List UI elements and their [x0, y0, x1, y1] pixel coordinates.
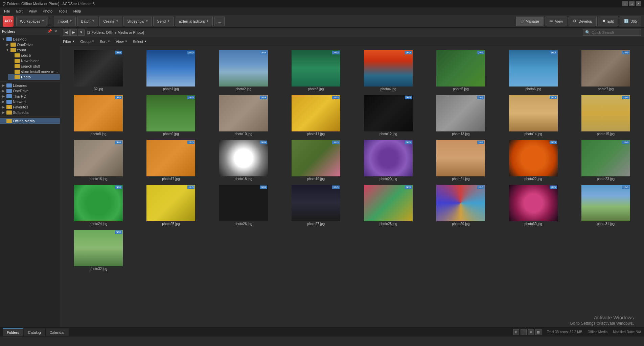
- thumbnail-item[interactable]: JPG photo14.jpg: [498, 94, 569, 137]
- menu-photo[interactable]: Photo: [40, 8, 55, 14]
- thumbnail-item[interactable]: JPG photo30.jpg: [498, 183, 569, 227]
- tree-item-onedrive[interactable]: ▶ OneDrive: [4, 42, 60, 47]
- menu-help[interactable]: Help: [71, 8, 84, 14]
- nav-back-button[interactable]: ◀: [63, 29, 70, 36]
- develop-button[interactable]: ⚙ Develop: [569, 17, 596, 26]
- thumb-image: [219, 140, 268, 176]
- thumbnail-item[interactable]: JPG photo8.jpg: [63, 94, 134, 137]
- thumbnail-item[interactable]: JPG photo22.jpg: [498, 139, 569, 182]
- thumbnail-item[interactable]: JPG photo17.jpg: [135, 139, 206, 182]
- folders-close-button[interactable]: ✕: [53, 29, 58, 33]
- view-icon-grid[interactable]: ⊞: [513, 329, 519, 335]
- tab-calendar[interactable]: Calendar: [46, 328, 69, 336]
- tree-item-store[interactable]: store install move remove: [8, 69, 60, 74]
- edit-nav-button[interactable]: ✖ Edit: [598, 17, 618, 26]
- thumbnail-item[interactable]: JPG photo27.jpg: [280, 183, 351, 227]
- batch-button[interactable]: Batch ▼: [77, 17, 98, 26]
- sort-button[interactable]: Sort ▼: [100, 40, 110, 44]
- thumbnail-item[interactable]: JPG photo10.jpg: [208, 94, 279, 137]
- menu-file[interactable]: File: [1, 8, 13, 14]
- menu-view[interactable]: View: [26, 8, 40, 14]
- maximize-button[interactable]: □: [629, 1, 635, 6]
- thumb-label: photo22.jpg: [524, 177, 542, 181]
- tree-item-iobit5[interactable]: iobit 5: [8, 53, 60, 58]
- tree-item-thispc[interactable]: ▶ This PC: [0, 94, 60, 99]
- quick-search-input[interactable]: [592, 30, 639, 34]
- workspaces-button[interactable]: Workspaces ▼: [16, 17, 48, 26]
- import-button[interactable]: Import ▼: [54, 17, 76, 26]
- thumbnail-item[interactable]: JPG photo25.jpg: [135, 183, 206, 227]
- thumbnail-item[interactable]: JPG photo6.jpg: [498, 49, 569, 92]
- nav-dropdown-button[interactable]: ▼: [78, 29, 85, 36]
- thumbnail-item[interactable]: JPG photo5.jpg: [425, 49, 496, 92]
- minimize-button[interactable]: ─: [622, 1, 628, 6]
- thumbnail-item[interactable]: JPG photo26.jpg: [208, 183, 279, 227]
- menu-tools[interactable]: Tools: [56, 8, 70, 14]
- menu-edit[interactable]: Edit: [14, 8, 25, 14]
- tree-item-photo[interactable]: Photo: [8, 74, 60, 80]
- create-button[interactable]: Create ▼: [99, 17, 122, 26]
- tree-item-search[interactable]: search stuff: [8, 64, 60, 69]
- thumbnail-item[interactable]: JPG 32.jpg: [63, 49, 134, 92]
- thumbnail-item[interactable]: JPG photo13.jpg: [425, 94, 496, 137]
- jpg-badge: JPG: [260, 141, 267, 144]
- group-button[interactable]: Group ▼: [80, 40, 94, 44]
- manage-button[interactable]: ⊞ Manage: [516, 17, 544, 26]
- thumb-label: photo23.jpg: [597, 177, 615, 181]
- n365-button[interactable]: 🔢 365: [620, 17, 641, 26]
- thumbnail-item[interactable]: JPG photo11.jpg: [280, 94, 351, 137]
- filter-button[interactable]: Filter ▼: [63, 40, 75, 44]
- thumbnail-item[interactable]: JPG photo23.jpg: [570, 139, 641, 182]
- thumbnail-item[interactable]: JPG photo2.jpg: [208, 49, 279, 92]
- filter-label: Filter: [63, 40, 71, 44]
- close-button[interactable]: ✕: [636, 1, 641, 6]
- thumbnail-item[interactable]: JPG photo24.jpg: [63, 183, 134, 227]
- thumbnail-grid[interactable]: JPG 32.jpg JPG photo1.jpg JPG photo2.jpg…: [60, 46, 644, 327]
- view-icon-list[interactable]: ☰: [521, 329, 527, 335]
- thumbnail-item[interactable]: JPG photo15.jpg: [570, 94, 641, 137]
- tree-item-count[interactable]: ▼ count: [4, 47, 60, 53]
- view-filter-button[interactable]: View ▼: [116, 40, 128, 44]
- tab-folders[interactable]: Folders: [3, 328, 23, 336]
- thumbnail-item[interactable]: JPG photo16.jpg: [63, 139, 134, 182]
- tree-item-desktop[interactable]: ▼ Desktop: [0, 36, 60, 42]
- tree-item-network[interactable]: ▶ Network: [0, 99, 60, 104]
- thumbnail-item[interactable]: JPG photo31.jpg: [570, 183, 641, 227]
- select-button[interactable]: Select ▼: [133, 40, 147, 44]
- nav-forward-button[interactable]: ▶: [70, 29, 77, 36]
- thumbnail-item[interactable]: JPG photo19.jpg: [280, 139, 351, 182]
- thumbnail-item[interactable]: JPG photo7.jpg: [570, 49, 641, 92]
- view-button[interactable]: 👁 View: [545, 17, 568, 26]
- thumb-image: [219, 185, 268, 221]
- external-editors-button[interactable]: External Editors ▼: [175, 17, 213, 26]
- thumbnail-item[interactable]: JPG photo32.jpg: [63, 228, 134, 272]
- thumbnail-item[interactable]: JPG photo12.jpg: [353, 94, 424, 137]
- tree-divider2: [0, 117, 60, 117]
- thumbnail-item[interactable]: JPG photo4.jpg: [353, 49, 424, 92]
- thumbnail-item[interactable]: JPG photo3.jpg: [280, 49, 351, 92]
- tree-item-favorites[interactable]: ▶ ★ Favorites: [0, 104, 60, 110]
- thumb-image: [436, 50, 485, 86]
- extra-button[interactable]: ...: [214, 17, 225, 26]
- tree-item-onedrive2[interactable]: ▶ OneDrive: [0, 88, 60, 94]
- thumbnail-item[interactable]: JPG photo29.jpg: [425, 183, 496, 227]
- tab-catalog[interactable]: Catalog: [24, 328, 45, 336]
- tree-item-softpedia[interactable]: ▶ Softpedia: [0, 110, 60, 115]
- tree-item-newfolder[interactable]: New folder: [8, 58, 60, 64]
- view-icon-details[interactable]: ≡: [528, 329, 534, 335]
- view-icon-strip[interactable]: ▤: [535, 329, 542, 335]
- send-button[interactable]: Send ▼: [153, 17, 174, 26]
- thumbnail-item[interactable]: JPG photo28.jpg: [353, 183, 424, 227]
- thumbnail-item[interactable]: JPG photo21.jpg: [425, 139, 496, 182]
- tree-item-offline-media[interactable]: Offline Media: [0, 118, 60, 124]
- thumb-image: [436, 95, 485, 131]
- thumbnail-item[interactable]: JPG photo18.jpg: [208, 139, 279, 182]
- thumb-wrapper: JPG: [74, 230, 123, 266]
- thumbnail-item[interactable]: JPG photo20.jpg: [353, 139, 424, 182]
- thumbnail-item[interactable]: JPG photo1.jpg: [135, 49, 206, 92]
- folders-pin-button[interactable]: 📌: [47, 29, 53, 33]
- thumbnail-item[interactable]: JPG photo9.jpg: [135, 94, 206, 137]
- thumb-label: photo8.jpg: [91, 132, 107, 136]
- tree-item-libraries[interactable]: ▶ Libraries: [0, 83, 60, 88]
- slideshow-button[interactable]: Slideshow ▼: [123, 17, 152, 26]
